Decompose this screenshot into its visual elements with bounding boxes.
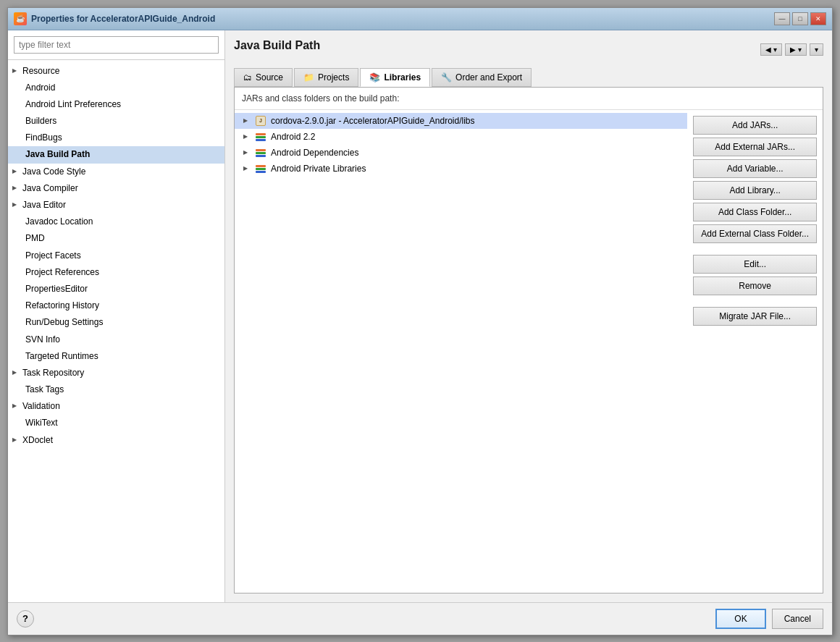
sidebar-item-resource[interactable]: ▶ Resource bbox=[8, 63, 224, 80]
sidebar-item-label: Run/Debug Settings bbox=[25, 316, 103, 329]
sidebar-item-label: Java Build Path bbox=[25, 148, 90, 161]
right-action-buttons: Add JARs... Add External JARs... Add Var… bbox=[687, 110, 823, 593]
window-icon: ☕ bbox=[14, 12, 27, 25]
panel-title: Java Build Path bbox=[234, 39, 320, 52]
sidebar-item-xdoclet[interactable]: ▶ XDoclet bbox=[8, 432, 224, 449]
tab-order-export-label: Order and Export bbox=[455, 72, 522, 83]
lib-item-android-deps[interactable]: ▶ Android Dependencies bbox=[235, 145, 687, 161]
nav-arrows: ◀ ▾ ▶ ▾ ▾ bbox=[760, 43, 823, 56]
sidebar-item-svn-info[interactable]: SVN Info bbox=[8, 331, 224, 348]
sidebar-item-java-compiler[interactable]: ▶ Java Compiler bbox=[8, 180, 224, 197]
title-bar: ☕ Properties for AcceleratorAPIGuide_And… bbox=[8, 8, 832, 30]
tab-order-export[interactable]: 🔧 Order and Export bbox=[432, 68, 532, 87]
expand-arrow: ▶ bbox=[12, 368, 20, 378]
stack-icon bbox=[255, 163, 266, 174]
svg-rect-5 bbox=[256, 155, 266, 157]
sidebar-item-label: Refactoring History bbox=[25, 299, 99, 313]
tab-projects[interactable]: 📁 Projects bbox=[294, 68, 358, 87]
footer: ? OK Cancel bbox=[8, 602, 832, 635]
lib-item-android-private[interactable]: ▶ Android Private Libraries bbox=[235, 161, 687, 177]
stack-icon bbox=[255, 147, 266, 159]
tab-libraries[interactable]: 📚 Libraries bbox=[360, 68, 430, 87]
sidebar-item-findbugs[interactable]: FindBugs bbox=[8, 130, 224, 146]
tree-area: ▶ Resource Android Android Lint Preferen… bbox=[8, 60, 224, 602]
order-tab-icon: 🔧 bbox=[441, 72, 452, 83]
close-button[interactable]: ✕ bbox=[810, 12, 826, 25]
back-button[interactable]: ◀ ▾ bbox=[760, 43, 782, 56]
sidebar-item-label: PMD bbox=[25, 232, 45, 245]
sidebar-item-java-code-style[interactable]: ▶ Java Code Style bbox=[8, 164, 224, 180]
migrate-jar-button[interactable]: Migrate JAR File... bbox=[693, 307, 817, 326]
add-class-folder-button[interactable]: Add Class Folder... bbox=[693, 203, 817, 221]
tab-projects-label: Projects bbox=[318, 72, 349, 83]
sidebar-item-javadoc-location[interactable]: Javadoc Location bbox=[8, 214, 224, 230]
expand-arrow: ▶ bbox=[12, 184, 20, 193]
svg-rect-7 bbox=[256, 168, 266, 170]
sidebar-item-label: PropertiesEditor bbox=[25, 282, 88, 296]
sidebar-item-java-build-path[interactable]: Java Build Path bbox=[8, 146, 224, 163]
sidebar-item-label: Project Facets bbox=[25, 249, 81, 263]
sidebar-item-builders[interactable]: Builders bbox=[8, 113, 224, 130]
split-area: ▶ J cordova-2.9.0.jar - AcceleratorAPIGu… bbox=[235, 110, 823, 593]
sidebar-item-label: XDoclet bbox=[22, 434, 53, 447]
sidebar-item-label: Android Lint Preferences bbox=[25, 98, 121, 111]
sidebar-item-run-debug[interactable]: Run/Debug Settings bbox=[8, 314, 224, 331]
source-tab-icon: 🗂 bbox=[243, 72, 252, 83]
content-box: JARs and class folders on the build path… bbox=[234, 87, 823, 594]
help-button[interactable]: ? bbox=[17, 610, 34, 628]
sidebar-item-refactoring-history[interactable]: Refactoring History bbox=[8, 297, 224, 314]
sidebar-item-label: Java Editor bbox=[22, 198, 66, 212]
ok-button[interactable]: OK bbox=[715, 609, 765, 629]
cancel-button[interactable]: Cancel bbox=[772, 609, 823, 629]
sidebar-item-pmd[interactable]: PMD bbox=[8, 230, 224, 247]
sidebar-item-android-lint[interactable]: Android Lint Preferences bbox=[8, 96, 224, 113]
add-external-jars-button[interactable]: Add External JARs... bbox=[693, 138, 817, 156]
sidebar-item-wikitext[interactable]: WikiText bbox=[8, 415, 224, 431]
sidebar-item-project-references[interactable]: Project References bbox=[8, 264, 224, 281]
add-library-button[interactable]: Add Library... bbox=[693, 181, 817, 200]
sidebar-item-targeted-runtimes[interactable]: Targeted Runtimes bbox=[8, 348, 224, 365]
add-external-class-folder-button[interactable]: Add External Class Folder... bbox=[693, 224, 817, 243]
lib-item-cordova[interactable]: ▶ J cordova-2.9.0.jar - AcceleratorAPIGu… bbox=[235, 113, 687, 129]
content-description: JARs and class folders on the build path… bbox=[235, 88, 823, 110]
expand-arrow: ▶ bbox=[243, 149, 251, 156]
lib-item-android22[interactable]: ▶ Android 2.2 bbox=[235, 129, 687, 145]
sidebar-item-validation[interactable]: ▶ Validation bbox=[8, 398, 224, 415]
tab-source[interactable]: 🗂 Source bbox=[234, 68, 293, 87]
sidebar-item-label: Builders bbox=[25, 114, 56, 128]
sidebar-item-label: Javadoc Location bbox=[25, 215, 93, 229]
library-list: ▶ J cordova-2.9.0.jar - AcceleratorAPIGu… bbox=[235, 110, 687, 593]
menu-button[interactable]: ▾ bbox=[810, 43, 823, 56]
svg-rect-1 bbox=[256, 136, 266, 138]
svg-rect-3 bbox=[256, 149, 266, 151]
sidebar-item-task-repository[interactable]: ▶ Task Repository bbox=[8, 365, 224, 381]
sidebar-item-java-editor[interactable]: ▶ Java Editor bbox=[8, 197, 224, 214]
title-bar-left: ☕ Properties for AcceleratorAPIGuide_And… bbox=[14, 12, 215, 25]
add-jars-button[interactable]: Add JARs... bbox=[693, 116, 817, 135]
sidebar-item-label: Validation bbox=[22, 400, 60, 413]
filter-box bbox=[8, 30, 224, 60]
sidebar-item-label: Task Tags bbox=[25, 383, 64, 397]
svg-rect-8 bbox=[256, 171, 266, 173]
forward-button[interactable]: ▶ ▾ bbox=[785, 43, 807, 56]
add-variable-button[interactable]: Add Variable... bbox=[693, 159, 817, 178]
expand-arrow: ▶ bbox=[12, 167, 20, 177]
svg-rect-0 bbox=[256, 133, 266, 135]
filter-input[interactable] bbox=[14, 36, 219, 54]
expand-arrow: ▶ bbox=[12, 67, 20, 76]
lib-item-label: Android Dependencies bbox=[271, 148, 358, 158]
svg-rect-6 bbox=[256, 165, 266, 167]
sidebar-item-project-facets[interactable]: Project Facets bbox=[8, 248, 224, 264]
svg-rect-4 bbox=[256, 152, 266, 154]
maximize-button[interactable]: □ bbox=[792, 12, 808, 25]
sidebar-item-task-tags[interactable]: Task Tags bbox=[8, 381, 224, 398]
minimize-button[interactable]: — bbox=[774, 12, 790, 25]
edit-button[interactable]: Edit... bbox=[693, 255, 817, 274]
sidebar-item-properties-editor[interactable]: PropertiesEditor bbox=[8, 281, 224, 297]
libraries-tab-icon: 📚 bbox=[369, 72, 380, 83]
content-area: ▶ Resource Android Android Lint Preferen… bbox=[8, 30, 832, 602]
dialog-buttons: OK Cancel bbox=[715, 609, 823, 629]
projects-tab-icon: 📁 bbox=[303, 72, 314, 83]
remove-button[interactable]: Remove bbox=[693, 276, 817, 295]
sidebar-item-android[interactable]: Android bbox=[8, 80, 224, 96]
